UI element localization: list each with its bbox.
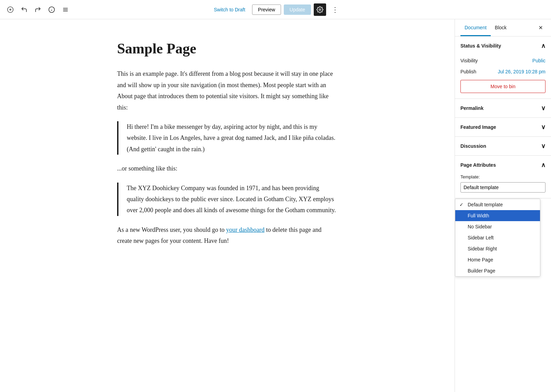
publish-value[interactable]: Jul 26, 2019 10:28 pm	[498, 69, 545, 74]
discussion-header[interactable]: Discussion ∨	[455, 137, 551, 155]
page-attributes-content: Template: Default template Full Width No…	[455, 174, 551, 198]
dropdown-label-sidebar-right: Sidebar Right	[468, 246, 497, 251]
page-attributes-title: Page Attributes	[460, 162, 496, 168]
preview-button[interactable]: Preview	[252, 4, 281, 15]
featured-image-title: Featured Image	[460, 124, 496, 130]
editor-area: Sample Page This is an example page. It'…	[0, 19, 455, 392]
template-select-wrapper: Default template Full Width No Sidebar S…	[460, 182, 545, 193]
add-block-button[interactable]	[4, 3, 17, 16]
visibility-value[interactable]: Public	[532, 58, 545, 63]
status-visibility-header[interactable]: Status & Visibility ∧	[455, 37, 551, 55]
blockquote-1: Hi there! I'm a bike messenger by day, a…	[117, 121, 337, 155]
dropdown-label-default: Default template	[468, 202, 503, 207]
main-layout: Sample Page This is an example page. It'…	[0, 19, 551, 392]
list-view-button[interactable]	[59, 3, 72, 16]
blockquote-2: The XYZ Doohickey Company was founded in…	[117, 183, 337, 216]
paragraph-2: ...or something like this:	[117, 163, 337, 174]
permalink-chevron: ∨	[541, 104, 545, 112]
status-visibility-section: Status & Visibility ∧ Visibility Public …	[455, 37, 551, 99]
tab-block[interactable]: Block	[491, 19, 511, 36]
featured-image-section: Featured Image ∨	[455, 118, 551, 137]
info-icon	[48, 6, 55, 13]
sidebar-close-button[interactable]: ×	[536, 22, 545, 33]
page-attributes-header[interactable]: Page Attributes ∧	[455, 156, 551, 174]
blockquote-1-text: Hi there! I'm a bike messenger by day, a…	[127, 121, 337, 155]
info-button[interactable]	[45, 3, 58, 16]
page-title[interactable]: Sample Page	[117, 40, 337, 57]
dropdown-label-builder-page: Builder Page	[468, 268, 495, 274]
dropdown-item-default[interactable]: ✓ Default template	[455, 199, 540, 210]
dashboard-link[interactable]: your dashboard	[226, 226, 264, 233]
paragraph-3: As a new WordPress user, you should go t…	[117, 224, 337, 247]
status-visibility-chevron: ∧	[541, 42, 545, 50]
checkmark-default: ✓	[459, 202, 465, 207]
discussion-section: Discussion ∨	[455, 137, 551, 156]
visibility-row: Visibility Public	[460, 55, 545, 66]
move-to-bin-button[interactable]: Move to bin	[460, 80, 545, 93]
toolbar: Switch to Draft Preview Update ⋮	[0, 0, 551, 19]
paragraph-1: This is an example page. It's different …	[117, 68, 337, 113]
status-visibility-title: Status & Visibility	[460, 43, 501, 49]
discussion-chevron: ∨	[541, 142, 545, 150]
switch-to-draft-button[interactable]: Switch to Draft	[210, 5, 249, 14]
list-view-icon	[62, 6, 69, 13]
gear-icon	[316, 6, 323, 13]
permalink-section: Permalink ∨	[455, 99, 551, 118]
publish-label: Publish	[460, 69, 476, 74]
dropdown-label-no-sidebar: No Sidebar	[468, 224, 492, 229]
svg-point-9	[319, 9, 321, 10]
tab-document[interactable]: Document	[460, 19, 491, 36]
paragraph-3-start: As a new WordPress user, you should go t…	[117, 226, 226, 233]
dropdown-item-sidebar-left[interactable]: Sidebar Left	[455, 232, 540, 243]
redo-icon	[34, 6, 41, 13]
more-options-button[interactable]: ⋮	[329, 3, 341, 17]
settings-button[interactable]	[314, 3, 326, 16]
publish-row: Publish Jul 26, 2019 10:28 pm	[460, 66, 545, 77]
featured-image-header[interactable]: Featured Image ∨	[455, 118, 551, 136]
template-label: Template:	[460, 174, 545, 179]
add-block-icon	[7, 6, 14, 13]
dropdown-label-sidebar-left: Sidebar Left	[468, 235, 494, 240]
page-attributes-chevron: ∧	[541, 161, 545, 169]
dropdown-item-full-width[interactable]: Full Width	[455, 210, 540, 221]
dropdown-item-builder-page[interactable]: Builder Page	[455, 265, 540, 276]
dropdown-label-full-width: Full Width	[468, 213, 489, 218]
template-select[interactable]: Default template Full Width No Sidebar S…	[460, 182, 545, 193]
permalink-title: Permalink	[460, 105, 484, 111]
editor-content: Sample Page This is an example page. It'…	[103, 40, 351, 246]
dropdown-item-no-sidebar[interactable]: No Sidebar	[455, 221, 540, 232]
dropdown-item-home-page[interactable]: Home Page	[455, 254, 540, 265]
toolbar-center: Switch to Draft Preview Update ⋮	[210, 3, 341, 17]
dropdown-label-home-page: Home Page	[468, 257, 493, 262]
undo-button[interactable]	[18, 3, 30, 16]
sidebar: Document Block × Status & Visibility ∧ V…	[455, 19, 551, 392]
update-button[interactable]: Update	[284, 4, 311, 15]
page-attributes-section: Page Attributes ∧ Template: Default temp…	[455, 156, 551, 198]
featured-image-chevron: ∨	[541, 123, 545, 131]
permalink-header[interactable]: Permalink ∨	[455, 99, 551, 117]
dropdown-item-sidebar-right[interactable]: Sidebar Right	[455, 243, 540, 254]
visibility-label: Visibility	[460, 58, 478, 63]
sidebar-tabs: Document Block ×	[455, 19, 551, 37]
discussion-title: Discussion	[460, 143, 486, 149]
status-visibility-content: Visibility Public Publish Jul 26, 2019 1…	[455, 55, 551, 99]
page-body: This is an example page. It's different …	[117, 68, 337, 246]
blockquote-2-text: The XYZ Doohickey Company was founded in…	[127, 183, 337, 216]
redo-button[interactable]	[32, 3, 44, 16]
undo-icon	[21, 6, 28, 13]
template-dropdown-overlay: ✓ Default template Full Width No Sidebar…	[455, 199, 540, 277]
